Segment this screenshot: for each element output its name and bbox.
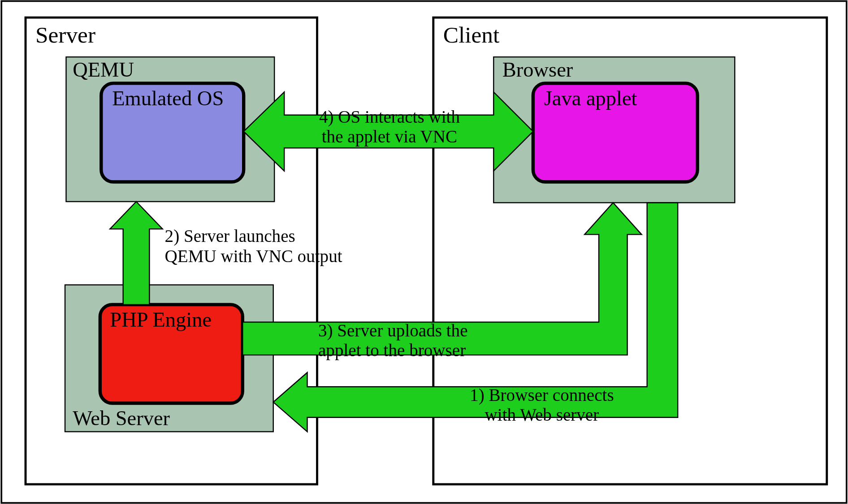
- java-applet-label: Java applet: [544, 87, 637, 110]
- arrow-step3-label-line1: 3) Server uploads the: [318, 321, 468, 340]
- php-engine-label: PHP Engine: [110, 308, 212, 331]
- arrow-step4-label-line2: the applet via VNC: [322, 127, 457, 146]
- arrow-step3-label-line2: applet to the browser: [318, 340, 466, 360]
- arrow-step1-label-line1: 1) Browser connects: [470, 385, 614, 405]
- emulated-os-label: Emulated OS: [112, 87, 224, 110]
- arrow-step2-label-line1: 2) Server launches: [165, 226, 295, 246]
- arrow-step2-label-line2: QEMU with VNC output: [165, 246, 342, 266]
- server-title: Server: [35, 22, 95, 47]
- arrow-step4-label-line1: 4) OS interacts with: [319, 107, 460, 127]
- arrow-step1-label-line2: with Web server: [485, 405, 599, 424]
- architecture-diagram: Server QEMU Emulated OS Web Server PHP E…: [0, 0, 848, 504]
- webserver-title: Web Server: [73, 407, 170, 430]
- qemu-title: QEMU: [73, 58, 134, 81]
- client-title: Client: [443, 22, 500, 47]
- browser-title: Browser: [502, 58, 573, 81]
